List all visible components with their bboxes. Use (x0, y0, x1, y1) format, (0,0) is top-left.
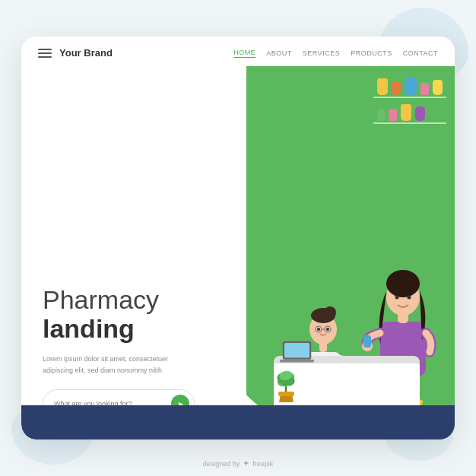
bottle-3 (405, 77, 417, 95)
navbar: Your Brand HOME ABOUT SERVICES PRODUCTS … (21, 36, 455, 66)
nav-links: HOME ABOUT SERVICES PRODUCTS CONTACT (233, 49, 438, 58)
nav-link-about[interactable]: ABOUT (266, 49, 292, 57)
svg-point-7 (326, 328, 329, 331)
footer-brand: freepik (252, 460, 273, 468)
main-content: Pharmacy landing Lorem ipsum dolor sit a… (21, 66, 455, 440)
bottle-6 (377, 109, 385, 121)
nav-link-services[interactable]: SERVICES (303, 49, 340, 57)
svg-point-6 (317, 328, 320, 331)
main-card: Your Brand HOME ABOUT SERVICES PRODUCTS … (21, 36, 455, 440)
svg-rect-27 (280, 360, 314, 363)
heading-landing: landing (43, 315, 225, 343)
laptop-icon (280, 338, 314, 364)
footer-designed-by: designed by (203, 460, 240, 468)
svg-point-20 (386, 270, 420, 297)
nav-link-contact[interactable]: CONTACT (403, 49, 438, 57)
svg-rect-28 (278, 392, 294, 396)
bottle-1 (377, 78, 388, 95)
svg-point-22 (407, 296, 411, 300)
nav-link-home[interactable]: HOME (233, 49, 255, 58)
heading-pharmacy: Pharmacy (43, 286, 225, 314)
freepik-icon: ✦ (243, 459, 249, 468)
left-panel: Pharmacy landing Lorem ipsum dolor sit a… (21, 66, 246, 440)
bottle-2 (392, 81, 401, 95)
svg-point-21 (395, 296, 398, 300)
counter-bar (21, 405, 455, 440)
shelf-2 (377, 104, 443, 124)
bottle-4 (420, 83, 429, 95)
hero-description: Lorem ipsum dolor sit amet, consectetuer… (43, 354, 195, 376)
svg-rect-26 (284, 343, 309, 358)
bottle-9 (415, 106, 425, 121)
navbar-left: Your Brand (38, 47, 113, 59)
shelf-1 (377, 77, 443, 98)
svg-rect-24 (363, 335, 371, 347)
footer: designed by ✦ freepik (203, 459, 274, 468)
bottle-7 (389, 109, 397, 121)
bottle-5 (433, 80, 443, 95)
hamburger-menu[interactable] (38, 49, 52, 58)
svg-point-5 (324, 306, 336, 319)
brand-name: Your Brand (59, 47, 113, 59)
bottle-8 (401, 104, 411, 121)
plant (273, 364, 300, 405)
medicine-shelves (377, 77, 443, 124)
nav-link-products[interactable]: PRODUCTS (351, 49, 392, 57)
